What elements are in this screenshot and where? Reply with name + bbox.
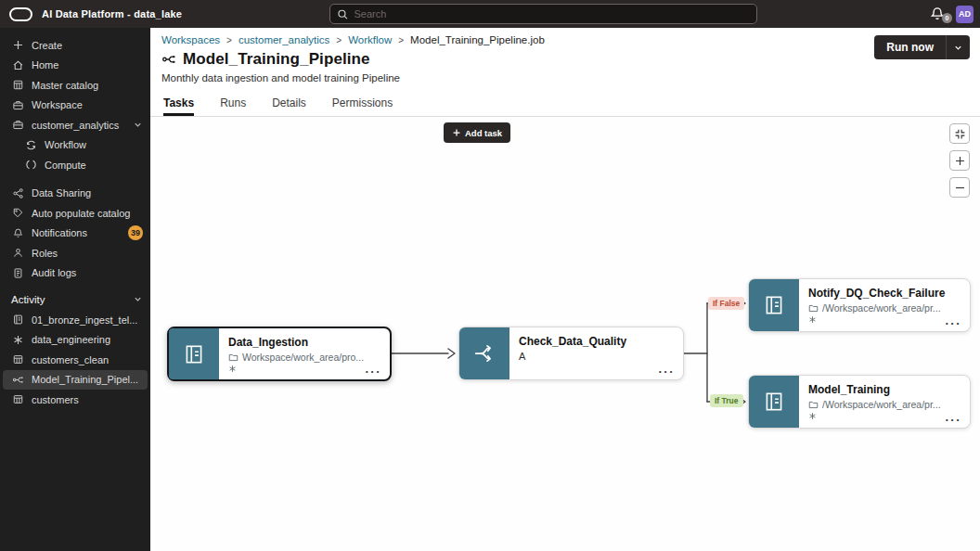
sidebar-item-workflow[interactable]: Workflow	[0, 135, 150, 156]
home-icon	[11, 58, 24, 71]
sidebar-item-01-bronze-ingest[interactable]: 01_bronze_ingest_tel...	[0, 310, 150, 330]
add-task-button[interactable]: Add task	[444, 122, 510, 143]
sidebar-item-audit-logs[interactable]: Audit logs	[0, 263, 150, 284]
run-now-button[interactable]: Run now	[874, 35, 946, 59]
chevron-down-icon	[133, 294, 143, 304]
chevron-down-icon	[953, 43, 963, 53]
sidebar-item-create[interactable]: Create	[0, 35, 150, 56]
sidebar: Create Home Master catalog Workspace cus…	[0, 28, 150, 551]
plus-icon	[11, 39, 24, 52]
breadcrumb-separator: >	[336, 35, 342, 45]
task-node-check-data-quality[interactable]: Check_Data_Quality A ···	[458, 327, 684, 380]
run-options-dropdown-button[interactable]	[947, 35, 970, 59]
sidebar-item-label: Model_Training_Pipel...	[32, 374, 138, 385]
task-node-data-ingestion[interactable]: Data_Ingestion Workspace/work_area/pro..…	[167, 327, 392, 381]
more-menu-icon[interactable]: ···	[946, 316, 962, 330]
sidebar-item-customers[interactable]: customers	[0, 390, 150, 410]
sidebar-item-data-engineering[interactable]: data_engineering	[0, 330, 150, 351]
more-menu-icon[interactable]: ···	[946, 413, 962, 427]
task-title: Model_Training	[808, 383, 961, 396]
folder-icon	[808, 303, 819, 314]
sidebar-item-label: customers_clean	[32, 354, 109, 365]
sidebar-item-label: Workflow	[45, 139, 86, 150]
tag-icon	[11, 207, 24, 220]
sidebar-item-compute[interactable]: Compute	[0, 155, 150, 175]
compute-spark-icon	[228, 365, 380, 373]
breadcrumb-current: Model_Training_Pipeline.job	[410, 34, 545, 45]
share-icon	[11, 186, 24, 199]
notebook-icon	[11, 314, 24, 327]
branch-condition-icon	[459, 327, 509, 379]
sidebar-section-activity[interactable]: Activity	[0, 288, 150, 310]
notebook-task-icon	[169, 328, 219, 379]
search-icon	[337, 8, 348, 20]
fit-to-screen-button[interactable]	[949, 123, 970, 144]
sidebar-item-customer-analytics[interactable]: customer_analytics	[0, 115, 150, 135]
sidebar-item-auto-populate-catalog[interactable]: Auto populate catalog	[0, 203, 150, 224]
notification-count-badge: 0	[942, 13, 952, 23]
task-node-model-training[interactable]: Model_Training /Workspace/work_area/pr..…	[748, 375, 971, 429]
sidebar-item-label: customers	[32, 394, 79, 405]
sidebar-item-notifications[interactable]: Notifications 39	[0, 224, 150, 244]
sidebar-item-label: Auto populate catalog	[32, 208, 130, 219]
breadcrumb-separator: >	[398, 35, 404, 45]
sidebar-item-label: Data Sharing	[32, 187, 91, 199]
tab-bar: Tasks Runs Details Permissions	[150, 96, 980, 117]
search-bar[interactable]	[329, 4, 757, 24]
notebook-task-icon	[749, 279, 799, 331]
briefcase-icon	[11, 98, 24, 111]
table-icon	[11, 353, 24, 366]
task-path: /Workspace/work_area/pr...	[822, 399, 941, 410]
task-path: Workspace/work_area/pro...	[242, 352, 364, 363]
sidebar-item-label: data_engineering	[32, 334, 110, 345]
more-menu-icon[interactable]: ···	[366, 365, 382, 378]
edge-label-if-false: If False	[708, 297, 744, 310]
sidebar-item-label: Roles	[32, 248, 58, 259]
sidebar-item-roles[interactable]: Roles	[0, 243, 150, 263]
sidebar-item-home[interactable]: Home	[0, 56, 150, 76]
task-path: /Workspace/work_area/pr...	[822, 302, 941, 314]
zoom-out-button[interactable]	[949, 177, 970, 198]
tab-permissions[interactable]: Permissions	[332, 96, 393, 116]
breadcrumb-customer-analytics[interactable]: customer_analytics	[239, 34, 329, 45]
sidebar-item-customers-clean[interactable]: customers_clean	[0, 350, 150, 370]
more-menu-icon[interactable]: ···	[659, 365, 676, 378]
plus-icon	[954, 155, 966, 167]
bell-icon	[11, 226, 24, 239]
plus-icon	[452, 128, 461, 137]
pipeline-icon	[11, 373, 24, 386]
sidebar-item-data-sharing[interactable]: Data Sharing	[0, 184, 150, 204]
page-subtitle: Monthly data ingestion and model trainin…	[161, 72, 980, 83]
task-node-notify-dq-check-failure[interactable]: Notify_DQ_Check_Failure /Workspace/work_…	[748, 278, 971, 332]
page-header: Workspaces > customer_analytics > Workfl…	[150, 28, 980, 96]
task-title: Notify_DQ_Check_Failure	[808, 287, 961, 300]
sidebar-item-model-training-pipeline[interactable]: Model_Training_Pipel...	[3, 370, 148, 391]
app-title: AI Data Platform - data_lake	[42, 8, 182, 19]
breadcrumb-workspaces[interactable]: Workspaces	[161, 34, 220, 45]
breadcrumb-workflow[interactable]: Workflow	[348, 34, 392, 45]
sidebar-item-label: 01_bronze_ingest_tel...	[32, 314, 137, 326]
notifications-bell-button[interactable]: 0	[929, 6, 946, 22]
pipeline-canvas[interactable]: Add task Data_Ingestion Workspace/work_a…	[150, 117, 980, 551]
table-icon	[11, 393, 24, 406]
sidebar-item-label: Create	[32, 40, 62, 51]
tab-tasks[interactable]: Tasks	[163, 96, 194, 116]
sidebar-item-workspace[interactable]: Workspace	[0, 96, 150, 116]
tab-runs[interactable]: Runs	[220, 96, 246, 116]
add-task-label: Add task	[465, 128, 502, 138]
folder-icon	[228, 352, 239, 363]
breadcrumb-separator: >	[226, 35, 232, 45]
sidebar-item-label: Compute	[45, 160, 86, 171]
chevron-down-icon	[133, 120, 143, 130]
sidebar-item-master-catalog[interactable]: Master catalog	[0, 75, 150, 96]
zoom-in-button[interactable]	[949, 150, 970, 171]
job-icon	[11, 333, 24, 346]
sidebar-item-label: Master catalog	[32, 80, 98, 91]
sidebar-item-label: customer_analytics	[32, 120, 119, 131]
tab-details[interactable]: Details	[272, 96, 306, 116]
folder-icon	[808, 400, 819, 410]
edge-label-if-true: If True	[710, 394, 743, 407]
person-icon	[11, 247, 24, 260]
search-input[interactable]	[354, 8, 750, 19]
avatar[interactable]: AD	[956, 6, 974, 23]
